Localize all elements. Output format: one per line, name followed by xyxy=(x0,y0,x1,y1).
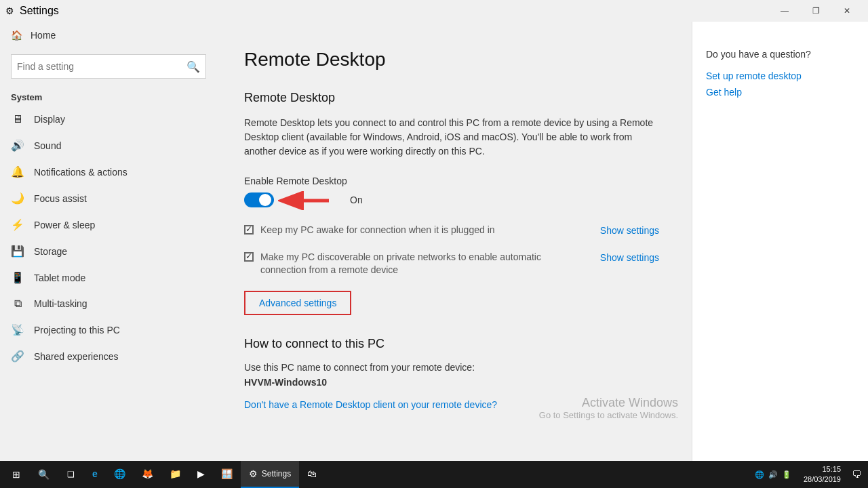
sidebar-item-label: Tablet mode xyxy=(34,272,85,283)
sidebar-item-label: Projecting to this PC xyxy=(34,325,120,336)
sidebar-item-label: Display xyxy=(34,114,65,125)
multitasking-icon: ⧉ xyxy=(11,298,24,310)
clock-date: 28/03/2019 xyxy=(804,474,841,485)
page-title: Remote Desktop xyxy=(244,49,659,70)
right-panel: Do you have a question? Set up remote de… xyxy=(692,22,868,461)
sidebar-item-multitasking[interactable]: ⧉ Multi-tasking xyxy=(0,291,217,317)
checkbox-1[interactable] xyxy=(244,225,254,235)
clock-time: 15:15 xyxy=(804,464,841,474)
checkbox-area-1: Keep my PC awake for connection when it … xyxy=(244,224,589,237)
no-client-link[interactable]: Don't have a Remote Desktop client on yo… xyxy=(244,399,497,410)
sidebar-item-label: Focus assist xyxy=(34,193,87,204)
taskbar-terminal[interactable]: ▶ xyxy=(189,461,213,488)
search-box[interactable]: 🔍 xyxy=(11,54,206,79)
search-button[interactable]: 🔍 xyxy=(30,461,57,488)
firefox-icon: 🦊 xyxy=(142,468,153,479)
titlebar: ⚙ Settings — ❐ ✕ xyxy=(0,0,868,22)
terminal-icon: ▶ xyxy=(197,468,205,479)
description-text: Remote Desktop lets you connect to and c… xyxy=(244,116,659,159)
taskbar-store[interactable]: 🛍 xyxy=(299,461,325,488)
tray-battery-icon[interactable]: 🔋 xyxy=(782,470,791,479)
advanced-settings-button[interactable]: Advanced settings xyxy=(244,291,351,315)
checkbox-2[interactable] xyxy=(244,252,254,262)
sidebar-item-label: Sound xyxy=(34,140,61,151)
taskbar-firefox[interactable]: 🦊 xyxy=(134,461,161,488)
sidebar-item-focus[interactable]: 🌙 Focus assist xyxy=(0,185,217,211)
sidebar-item-label: Multi-tasking xyxy=(34,298,87,309)
store-icon: 🛍 xyxy=(307,468,317,479)
sidebar-item-shared[interactable]: 🔗 Shared experiences xyxy=(0,343,217,369)
taskbar-search-icon: 🔍 xyxy=(38,469,50,480)
how-to-connect-title: How to connect to this PC xyxy=(244,337,659,351)
explorer-icon: 📁 xyxy=(170,468,181,479)
taskbar-explorer[interactable]: 📁 xyxy=(161,461,189,488)
sound-icon: 🔊 xyxy=(11,139,24,152)
tray-icons: 🌐 🔊 🔋 xyxy=(749,470,797,479)
checkbox-row-2: Make my PC discoverable on private netwo… xyxy=(244,251,659,277)
tablet-icon: 📱 xyxy=(11,271,24,284)
minimize-button[interactable]: — xyxy=(769,0,800,22)
help-title: Do you have a question? xyxy=(706,49,854,60)
sidebar-item-storage[interactable]: 💾 Storage xyxy=(0,238,217,264)
checkbox-1-label: Keep my PC awake for connection when it … xyxy=(260,224,495,237)
toggle-state-label: On xyxy=(350,195,363,205)
home-icon: 🏠 xyxy=(11,30,22,41)
activate-windows-subtitle: Go to Settings to activate Windows. xyxy=(539,410,678,420)
sidebar-item-label: Notifications & actions xyxy=(34,167,127,178)
connect-label: Use this PC name to connect from your re… xyxy=(244,362,659,373)
chrome-icon: 🌐 xyxy=(114,468,125,479)
content-area: Remote Desktop Remote Desktop Remote Des… xyxy=(217,22,868,461)
toggle-row: On xyxy=(244,192,659,207)
activate-watermark: Activate Windows Go to Settings to activ… xyxy=(539,396,678,420)
tray-volume-icon[interactable]: 🔊 xyxy=(768,470,778,479)
set-up-remote-desktop-link[interactable]: Set up remote desktop xyxy=(706,70,854,81)
restore-button[interactable]: ❐ xyxy=(800,0,831,22)
sidebar-item-power[interactable]: ⚡ Power & sleep xyxy=(0,211,217,238)
sidebar-item-sound[interactable]: 🔊 Sound xyxy=(0,132,217,159)
app-body: 🏠 Home 🔍 System 🖥 Display 🔊 Sound 🔔 Noti… xyxy=(0,22,868,461)
sidebar-section-system: System xyxy=(0,84,217,106)
sidebar-item-display[interactable]: 🖥 Display xyxy=(0,106,217,132)
search-icon: 🔍 xyxy=(186,60,200,73)
sidebar-item-label: Power & sleep xyxy=(34,220,95,230)
sidebar-item-home[interactable]: 🏠 Home xyxy=(0,22,217,49)
close-button[interactable]: ✕ xyxy=(831,0,863,22)
sidebar: 🏠 Home 🔍 System 🖥 Display 🔊 Sound 🔔 Noti… xyxy=(0,22,217,461)
tray-network-icon[interactable]: 🌐 xyxy=(755,470,764,479)
enable-remote-desktop-toggle[interactable] xyxy=(244,192,274,207)
shared-icon: 🔗 xyxy=(11,350,24,363)
taskbar-edge[interactable]: e xyxy=(84,461,106,488)
power-icon: ⚡ xyxy=(11,218,24,231)
taskbar-winadmin[interactable]: 🪟 xyxy=(213,461,241,488)
display-icon: 🖥 xyxy=(11,113,24,125)
sidebar-item-label: Storage xyxy=(34,246,67,257)
edge-icon: e xyxy=(92,468,98,479)
sidebar-item-notifications[interactable]: 🔔 Notifications & actions xyxy=(0,159,217,185)
winadmin-icon: 🪟 xyxy=(221,468,233,479)
sidebar-item-tablet[interactable]: 📱 Tablet mode xyxy=(0,264,217,291)
notifications-icon: 🔔 xyxy=(11,165,24,178)
notification-icon: 🗨 xyxy=(852,469,861,480)
taskbar: ⊞ 🔍 ❑ e 🌐 🦊 📁 ▶ 🪟 ⚙ Settings xyxy=(0,461,868,488)
storage-icon: 💾 xyxy=(11,245,24,258)
get-help-link[interactable]: Get help xyxy=(706,87,854,98)
toggle-knob xyxy=(259,194,271,206)
start-button[interactable]: ⊞ xyxy=(3,461,30,488)
notification-button[interactable]: 🗨 xyxy=(848,469,865,480)
taskbar-settings-icon: ⚙ xyxy=(249,468,258,479)
section-title: Remote Desktop xyxy=(244,91,659,105)
taskbar-chrome[interactable]: 🌐 xyxy=(106,461,134,488)
home-label: Home xyxy=(31,30,56,41)
task-view-button[interactable]: ❑ xyxy=(57,461,84,488)
taskbar-settings[interactable]: ⚙ Settings xyxy=(241,461,299,488)
sidebar-item-projecting[interactable]: 📡 Projecting to this PC xyxy=(0,317,217,343)
clock[interactable]: 15:15 28/03/2019 xyxy=(798,464,846,485)
search-input[interactable] xyxy=(17,61,186,72)
pc-name: HVVM-Windows10 xyxy=(244,377,659,388)
titlebar-controls: — ❐ ✕ xyxy=(769,0,863,22)
start-icon: ⊞ xyxy=(12,469,20,480)
toggle-label-row: Enable Remote Desktop xyxy=(244,175,659,187)
show-settings-link-2[interactable]: Show settings xyxy=(600,252,659,263)
show-settings-link-1[interactable]: Show settings xyxy=(600,225,659,236)
taskbar-settings-label: Settings xyxy=(262,469,291,479)
